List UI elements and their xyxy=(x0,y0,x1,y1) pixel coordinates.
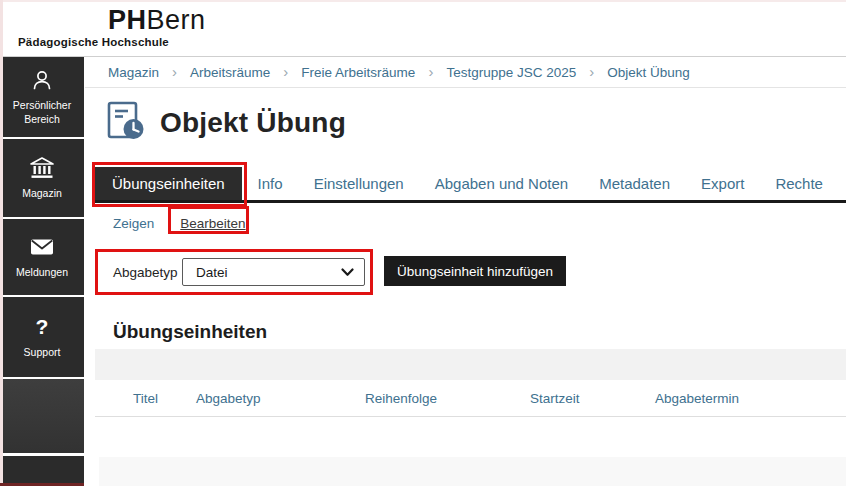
tab-export[interactable]: Export xyxy=(701,167,744,200)
chevron-right-icon: › xyxy=(172,63,177,80)
sidebar-item-meldungen[interactable]: Meldungen xyxy=(0,219,84,295)
page: PHBern Pädagogische Hochschule Persönlic… xyxy=(0,0,846,486)
section-heading: Übungseinheiten xyxy=(113,321,267,343)
page-title-row: Objekt Übung xyxy=(106,100,346,146)
chevron-right-icon: › xyxy=(428,63,433,80)
abgabetyp-label: Abgabetyp xyxy=(113,265,178,280)
breadcrumb-link-magazin[interactable]: Magazin xyxy=(108,65,159,80)
sidebar-item-magazin[interactable]: Magazin xyxy=(0,139,84,217)
envelope-icon xyxy=(29,234,55,260)
app-header: PHBern Pädagogische Hochschule xyxy=(0,0,846,57)
sidebar-item-label: Magazin xyxy=(19,187,65,201)
subtab-bearbeiten[interactable]: Bearbeiten xyxy=(180,216,245,231)
breadcrumb: Magazin › Arbeitsräume › Freie Arbeitsrä… xyxy=(85,57,846,88)
logo-subtitle: Pädagogische Hochschule xyxy=(18,36,169,48)
breadcrumb-link-freie-arbeitsraeume[interactable]: Freie Arbeitsräume xyxy=(301,65,415,80)
tab-abgaben-und-noten[interactable]: Abgaben und Noten xyxy=(435,167,568,200)
logo-text-light: Bern xyxy=(147,5,206,35)
question-icon: ? xyxy=(36,314,49,340)
table-header-row: Titel Abgabetyp Reihenfolge Startzeit Ab… xyxy=(95,380,846,417)
page-title: Objekt Übung xyxy=(160,107,346,139)
logo-text-bold: PH xyxy=(108,5,147,35)
tab-metadaten[interactable]: Metadaten xyxy=(599,167,670,200)
sidebar-item-label: Persönlicher Bereich xyxy=(0,99,84,126)
abgabetyp-select[interactable]: Datei xyxy=(182,258,365,286)
phbern-logo[interactable]: PHBern xyxy=(108,5,206,36)
select-value: Datei xyxy=(196,265,341,280)
sidebar-item-label: Support xyxy=(21,346,64,360)
column-header-abgabetermin[interactable]: Abgabetermin xyxy=(655,391,846,406)
tab-rechte[interactable]: Rechte xyxy=(775,167,823,200)
breadcrumb-link-arbeitsraeume[interactable]: Arbeitsräume xyxy=(190,65,270,80)
tab-bar: Übungseinheiten Info Einstellungen Abgab… xyxy=(95,167,846,203)
column-header-startzeit[interactable]: Startzeit xyxy=(530,391,655,406)
subtab-zeigen[interactable]: Zeigen xyxy=(113,216,154,231)
chevron-down-icon xyxy=(341,265,354,280)
breadcrumb-link-objekt-uebung[interactable]: Objekt Übung xyxy=(607,65,690,80)
tab-einstellungen[interactable]: Einstellungen xyxy=(314,167,404,200)
sidebar-item-label: Meldungen xyxy=(13,266,71,280)
sidebar-item-persoenlicher-bereich[interactable]: Persönlicher Bereich xyxy=(0,57,84,137)
screenshot-edge-top xyxy=(0,0,846,2)
breadcrumb-link-testgruppe[interactable]: Testgruppe JSC 2025 xyxy=(446,65,576,80)
sidebar-item-redacted[interactable] xyxy=(0,379,84,453)
add-uebungseinheit-button[interactable]: Übungseinheit hinzufügen xyxy=(384,256,566,286)
person-icon xyxy=(30,67,54,93)
column-header-reihenfolge[interactable]: Reihenfolge xyxy=(365,391,530,406)
screenshot-edge-left xyxy=(0,0,3,486)
column-header-titel[interactable]: Titel xyxy=(133,391,196,406)
sidebar: Persönlicher Bereich Magazin xyxy=(0,57,84,486)
subtab-bar: Zeigen Bearbeiten xyxy=(95,211,246,235)
sidebar-item-support[interactable]: ? Support xyxy=(0,297,84,377)
table-toolbar xyxy=(95,349,846,380)
sidebar-item-bottom-stub[interactable] xyxy=(0,456,84,486)
chevron-right-icon: › xyxy=(283,63,288,80)
chevron-right-icon: › xyxy=(589,63,594,80)
bank-icon xyxy=(29,155,55,181)
footer-bar xyxy=(99,457,846,486)
tab-uebungseinheiten[interactable]: Übungseinheiten xyxy=(95,167,242,200)
column-header-abgabetyp[interactable]: Abgabetyp xyxy=(196,391,365,406)
exercise-icon xyxy=(106,100,146,146)
tab-info[interactable]: Info xyxy=(258,167,283,200)
